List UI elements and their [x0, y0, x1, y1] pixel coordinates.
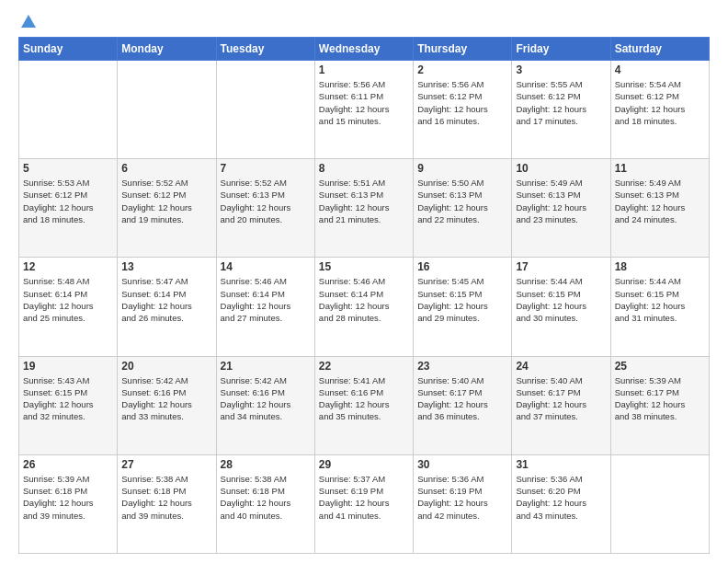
calendar-cell: 11Sunrise: 5:49 AM Sunset: 6:13 PM Dayli…	[610, 159, 709, 258]
day-number: 27	[121, 458, 211, 471]
calendar-cell: 5Sunrise: 5:53 AM Sunset: 6:12 PM Daylig…	[19, 159, 118, 258]
day-number: 12	[23, 260, 113, 273]
calendar-cell: 30Sunrise: 5:36 AM Sunset: 6:19 PM Dayli…	[414, 454, 512, 553]
calendar-week-1: 1Sunrise: 5:56 AM Sunset: 6:11 PM Daylig…	[19, 61, 710, 159]
calendar-cell: 25Sunrise: 5:39 AM Sunset: 6:17 PM Dayli…	[610, 356, 709, 454]
day-info: Sunrise: 5:38 AM Sunset: 6:18 PM Dayligh…	[121, 473, 211, 522]
calendar-week-4: 19Sunrise: 5:43 AM Sunset: 6:15 PM Dayli…	[19, 356, 710, 454]
day-number: 30	[417, 458, 507, 471]
calendar-cell: 29Sunrise: 5:37 AM Sunset: 6:19 PM Dayli…	[314, 454, 413, 553]
day-info: Sunrise: 5:56 AM Sunset: 6:12 PM Dayligh…	[417, 78, 507, 127]
calendar-week-3: 12Sunrise: 5:48 AM Sunset: 6:14 PM Dayli…	[19, 258, 710, 356]
day-info: Sunrise: 5:56 AM Sunset: 6:11 PM Dayligh…	[319, 78, 409, 127]
day-info: Sunrise: 5:41 AM Sunset: 6:16 PM Dayligh…	[319, 374, 409, 423]
calendar-cell: 4Sunrise: 5:54 AM Sunset: 6:12 PM Daylig…	[610, 61, 709, 159]
day-number: 8	[319, 162, 409, 175]
day-number: 14	[221, 260, 311, 273]
day-info: Sunrise: 5:37 AM Sunset: 6:19 PM Dayligh…	[319, 473, 409, 522]
day-info: Sunrise: 5:55 AM Sunset: 6:12 PM Dayligh…	[516, 78, 606, 127]
day-info: Sunrise: 5:36 AM Sunset: 6:19 PM Dayligh…	[417, 473, 507, 522]
day-number: 26	[23, 458, 113, 471]
day-number: 2	[417, 63, 507, 76]
day-number: 28	[221, 458, 311, 471]
day-number: 6	[121, 162, 211, 175]
calendar-cell: 28Sunrise: 5:38 AM Sunset: 6:18 PM Dayli…	[216, 454, 314, 553]
day-number: 15	[319, 260, 409, 273]
day-number: 17	[516, 260, 606, 273]
calendar-cell: 23Sunrise: 5:40 AM Sunset: 6:17 PM Dayli…	[414, 356, 512, 454]
day-info: Sunrise: 5:49 AM Sunset: 6:13 PM Dayligh…	[516, 177, 606, 225]
calendar-week-2: 5Sunrise: 5:53 AM Sunset: 6:12 PM Daylig…	[19, 159, 710, 258]
calendar-header-tuesday: Tuesday	[216, 38, 314, 61]
calendar-cell: 13Sunrise: 5:47 AM Sunset: 6:14 PM Dayli…	[118, 258, 216, 356]
calendar-cell: 8Sunrise: 5:51 AM Sunset: 6:13 PM Daylig…	[314, 159, 413, 258]
day-number: 11	[615, 162, 705, 175]
calendar-cell: 6Sunrise: 5:52 AM Sunset: 6:12 PM Daylig…	[118, 159, 216, 258]
calendar-cell: 9Sunrise: 5:50 AM Sunset: 6:13 PM Daylig…	[414, 159, 512, 258]
day-number: 9	[417, 162, 507, 175]
calendar-header-sunday: Sunday	[19, 38, 118, 61]
day-info: Sunrise: 5:40 AM Sunset: 6:17 PM Dayligh…	[516, 374, 606, 423]
day-number: 7	[221, 162, 311, 175]
day-info: Sunrise: 5:44 AM Sunset: 6:15 PM Dayligh…	[615, 275, 705, 324]
calendar-cell: 16Sunrise: 5:45 AM Sunset: 6:15 PM Dayli…	[414, 258, 512, 356]
day-number: 21	[221, 360, 311, 373]
day-number: 23	[417, 360, 507, 373]
day-info: Sunrise: 5:38 AM Sunset: 6:18 PM Dayligh…	[221, 473, 311, 522]
calendar-header-friday: Friday	[512, 38, 610, 61]
calendar-header-saturday: Saturday	[610, 38, 709, 61]
calendar-cell: 14Sunrise: 5:46 AM Sunset: 6:14 PM Dayli…	[216, 258, 314, 356]
calendar-cell: 3Sunrise: 5:55 AM Sunset: 6:12 PM Daylig…	[512, 61, 610, 159]
calendar-cell: 24Sunrise: 5:40 AM Sunset: 6:17 PM Dayli…	[512, 356, 610, 454]
calendar-week-5: 26Sunrise: 5:39 AM Sunset: 6:18 PM Dayli…	[19, 454, 710, 553]
calendar-cell: 21Sunrise: 5:42 AM Sunset: 6:16 PM Dayli…	[216, 356, 314, 454]
day-number: 18	[615, 260, 705, 273]
calendar-cell: 17Sunrise: 5:44 AM Sunset: 6:15 PM Dayli…	[512, 258, 610, 356]
calendar-cell: 22Sunrise: 5:41 AM Sunset: 6:16 PM Dayli…	[314, 356, 413, 454]
calendar-cell: 2Sunrise: 5:56 AM Sunset: 6:12 PM Daylig…	[414, 61, 512, 159]
day-number: 22	[319, 360, 409, 373]
calendar-header-wednesday: Wednesday	[314, 38, 413, 61]
calendar-cell: 20Sunrise: 5:42 AM Sunset: 6:16 PM Dayli…	[118, 356, 216, 454]
day-number: 10	[516, 162, 606, 175]
day-number: 24	[516, 360, 606, 373]
day-info: Sunrise: 5:42 AM Sunset: 6:16 PM Dayligh…	[221, 374, 311, 423]
calendar-cell: 10Sunrise: 5:49 AM Sunset: 6:13 PM Dayli…	[512, 159, 610, 258]
day-info: Sunrise: 5:46 AM Sunset: 6:14 PM Dayligh…	[319, 275, 409, 324]
day-number: 19	[23, 360, 113, 373]
day-info: Sunrise: 5:44 AM Sunset: 6:15 PM Dayligh…	[516, 275, 606, 324]
day-number: 20	[121, 360, 211, 373]
day-number: 3	[516, 63, 606, 76]
day-info: Sunrise: 5:50 AM Sunset: 6:13 PM Dayligh…	[417, 177, 507, 225]
calendar-cell: 31Sunrise: 5:36 AM Sunset: 6:20 PM Dayli…	[512, 454, 610, 553]
header	[18, 15, 710, 28]
day-number: 5	[23, 162, 113, 175]
day-number: 13	[121, 260, 211, 273]
svg-marker-0	[21, 15, 36, 28]
day-number: 25	[615, 360, 705, 373]
calendar-table: SundayMondayTuesdayWednesdayThursdayFrid…	[18, 37, 710, 554]
day-info: Sunrise: 5:46 AM Sunset: 6:14 PM Dayligh…	[221, 275, 311, 324]
day-number: 4	[615, 63, 705, 76]
day-info: Sunrise: 5:39 AM Sunset: 6:18 PM Dayligh…	[23, 473, 113, 522]
day-info: Sunrise: 5:40 AM Sunset: 6:17 PM Dayligh…	[417, 374, 507, 423]
calendar-cell: 12Sunrise: 5:48 AM Sunset: 6:14 PM Dayli…	[19, 258, 118, 356]
calendar-cell: 15Sunrise: 5:46 AM Sunset: 6:14 PM Dayli…	[314, 258, 413, 356]
day-info: Sunrise: 5:52 AM Sunset: 6:12 PM Dayligh…	[121, 177, 211, 225]
day-number: 29	[319, 458, 409, 471]
day-info: Sunrise: 5:48 AM Sunset: 6:14 PM Dayligh…	[23, 275, 113, 324]
calendar-cell	[19, 61, 118, 159]
day-info: Sunrise: 5:52 AM Sunset: 6:13 PM Dayligh…	[221, 177, 311, 225]
logo-icon	[20, 13, 37, 29]
day-info: Sunrise: 5:43 AM Sunset: 6:15 PM Dayligh…	[23, 374, 113, 423]
day-info: Sunrise: 5:53 AM Sunset: 6:12 PM Dayligh…	[23, 177, 113, 225]
calendar-header-row: SundayMondayTuesdayWednesdayThursdayFrid…	[19, 38, 710, 61]
day-number: 16	[417, 260, 507, 273]
day-number: 31	[516, 458, 606, 471]
day-info: Sunrise: 5:39 AM Sunset: 6:17 PM Dayligh…	[615, 374, 705, 423]
day-info: Sunrise: 5:36 AM Sunset: 6:20 PM Dayligh…	[516, 473, 606, 522]
calendar-cell: 26Sunrise: 5:39 AM Sunset: 6:18 PM Dayli…	[19, 454, 118, 553]
calendar-cell: 18Sunrise: 5:44 AM Sunset: 6:15 PM Dayli…	[610, 258, 709, 356]
day-info: Sunrise: 5:47 AM Sunset: 6:14 PM Dayligh…	[121, 275, 211, 324]
logo	[18, 15, 37, 28]
